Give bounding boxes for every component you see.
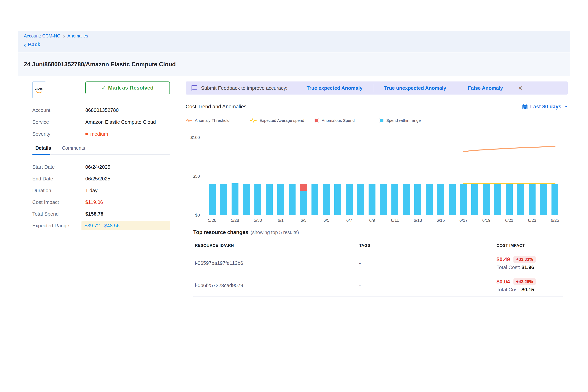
- anomalous-swatch-icon: [315, 118, 319, 122]
- expected-range-row: Expected Range $39.72 - $48.56: [32, 220, 170, 232]
- anomaly-threshold-line: [464, 146, 555, 152]
- account-label: Account: [32, 107, 85, 113]
- col-cost-impact: COST IMPACT: [496, 243, 562, 248]
- cost-trend-panel: Submit Feedback to improve accuracy: Tru…: [186, 82, 568, 123]
- breadcrumb-separator-icon: ›: [63, 34, 65, 38]
- feedback-true-expected-button[interactable]: True expected Anomaly: [296, 85, 373, 91]
- total-spend-value: $158.78: [85, 211, 104, 217]
- xtick-label: 5/26: [208, 218, 216, 223]
- x-axis-line: [200, 215, 561, 216]
- col-tags: TAGS: [359, 243, 496, 248]
- average-line-icon: [250, 118, 257, 122]
- xtick-label: 6/15: [436, 218, 445, 223]
- severity-badge: medium: [85, 131, 108, 137]
- service-label: Service: [32, 119, 85, 125]
- xtick-label: 6/7: [346, 218, 352, 223]
- caret-down-icon: ▼: [564, 105, 568, 109]
- xtick-label: 5/28: [231, 218, 239, 223]
- col-resource-id: RESOURCE ID/ARN: [195, 243, 359, 248]
- impact-percent-badge: +33.33%: [514, 256, 536, 263]
- title-band: 24 Jun/868001352780/Amazon Elastic Compu…: [18, 52, 570, 76]
- resource-tags: -: [359, 260, 496, 266]
- resources-title: Top resource changes: [193, 230, 248, 236]
- total-cost-value: $0.15: [522, 287, 534, 292]
- xtick-label: 6/11: [391, 218, 399, 223]
- legend-anomalous-spend: Anomalous Spend: [315, 118, 379, 123]
- breadcrumb-account-link[interactable]: Account: CCM-NG: [24, 34, 60, 38]
- feedback-false-anomaly-button[interactable]: False Anomaly: [457, 85, 514, 91]
- page-title: 24 Jun/868001352780/Amazon Elastic Compu…: [24, 61, 176, 68]
- xtick-label: 6/19: [482, 218, 490, 223]
- xtick-label: 6/5: [324, 218, 329, 223]
- tab-comments[interactable]: Comments: [62, 145, 85, 151]
- xtick-label: 6/1: [278, 218, 284, 223]
- feedback-prompt: Submit Feedback to improve accuracy:: [201, 85, 287, 91]
- ytick-50: $50: [186, 174, 200, 179]
- calendar-icon: [522, 104, 528, 110]
- top-resource-changes: Top resource changes (showing top 5 resu…: [193, 230, 563, 297]
- detail-tabs: Details Comments: [32, 145, 170, 151]
- ytick-0: $0: [186, 213, 200, 218]
- severity-row: Severity medium: [32, 128, 170, 140]
- resource-id: i-06597ba197fe112b6: [195, 260, 359, 266]
- end-date-value: 06/25/2025: [85, 176, 110, 182]
- xtick-label: 6/13: [414, 218, 422, 223]
- date-range-picker[interactable]: Last 30 days ▼: [522, 104, 568, 110]
- impact-amount: $0.49: [496, 256, 510, 262]
- impact-amount: $0.04: [496, 279, 510, 285]
- resources-table: RESOURCE ID/ARN TAGS COST IMPACT i-06597…: [193, 240, 563, 297]
- resource-tags: -: [359, 282, 496, 288]
- account-row: Account 868001352780: [32, 104, 170, 116]
- check-icon: ✓: [102, 85, 106, 91]
- xtick-label: 6/17: [460, 218, 468, 223]
- resource-cost-impact: $0.49 +33.33% Total Cost: $1.96: [496, 256, 562, 270]
- back-chevron-icon: ‹: [24, 42, 26, 47]
- legend-anomaly-threshold: Anomaly Threshold: [186, 118, 250, 123]
- xtick-label: 6/3: [300, 218, 306, 223]
- table-row: i-0b6f257223cad9579 - $0.04 +42.26% Tota…: [193, 274, 563, 297]
- xtick-label: 6/21: [505, 218, 514, 223]
- cost-impact-row: Cost Impact $119.06: [32, 196, 170, 208]
- severity-value: medium: [90, 131, 108, 137]
- legend-expected-average: Expected Average spend: [250, 118, 315, 123]
- duration-value: 1 day: [85, 188, 98, 194]
- feedback-true-unexpected-button[interactable]: True unexpected Anomaly: [373, 85, 457, 91]
- xtick-label: 6/9: [369, 218, 375, 223]
- date-range-label: Last 30 days: [530, 104, 561, 110]
- feedback-close-icon[interactable]: ✕: [518, 85, 523, 92]
- breadcrumb: Account: CCM-NG › Anomalies: [24, 34, 570, 38]
- threshold-line-icon: [186, 118, 192, 122]
- chart-title: Cost Trend and Anomalies: [186, 104, 246, 110]
- account-value: 868001352780: [85, 107, 119, 113]
- aws-logo: aws: [32, 82, 46, 98]
- back-label: Back: [28, 42, 40, 48]
- end-date-row: End Date 06/25/2025: [32, 173, 170, 185]
- ytick-100: $100: [186, 135, 200, 140]
- chart-legend: Anomaly Threshold Expected Average spend…: [186, 118, 568, 123]
- expected-range-value: $39.72 - $48.56: [82, 221, 170, 230]
- speech-bubble-icon: [191, 85, 197, 91]
- xtick-label: 5/30: [254, 218, 262, 223]
- anomaly-summary-panel: aws ✓ Mark as Resolved Account 868001352…: [32, 82, 170, 232]
- legend-spend-within-range: Spend within range: [379, 118, 444, 123]
- breadcrumb-anomalies-link[interactable]: Anomalies: [68, 34, 88, 38]
- severity-label: Severity: [32, 131, 85, 137]
- within-range-swatch-icon: [379, 118, 384, 122]
- resource-id: i-0b6f257223cad9579: [195, 282, 359, 288]
- tab-details[interactable]: Details: [35, 145, 51, 151]
- back-button[interactable]: ‹ Back: [24, 42, 570, 48]
- mark-as-resolved-button[interactable]: ✓ Mark as Resolved: [85, 82, 170, 94]
- start-date-value: 06/24/2025: [85, 164, 110, 170]
- panel-divider: [179, 78, 179, 296]
- feedback-bar: Submit Feedback to improve accuracy: Tru…: [186, 82, 568, 94]
- xtick-label: 6/23: [528, 218, 536, 223]
- severity-dot-icon: [85, 132, 88, 135]
- top-header: Account: CCM-NG › Anomalies ‹ Back: [18, 31, 570, 52]
- total-cost-value: $1.96: [522, 264, 534, 270]
- lines-layer: [209, 138, 558, 215]
- impact-percent-badge: +42.26%: [514, 278, 536, 285]
- service-value: Amazon Elastic Compute Cloud: [85, 119, 156, 125]
- resource-cost-impact: $0.04 +42.26% Total Cost: $0.15: [496, 278, 562, 293]
- duration-row: Duration 1 day: [32, 185, 170, 196]
- x-ticks: 5/265/285/306/16/36/56/76/96/116/136/156…: [209, 218, 558, 224]
